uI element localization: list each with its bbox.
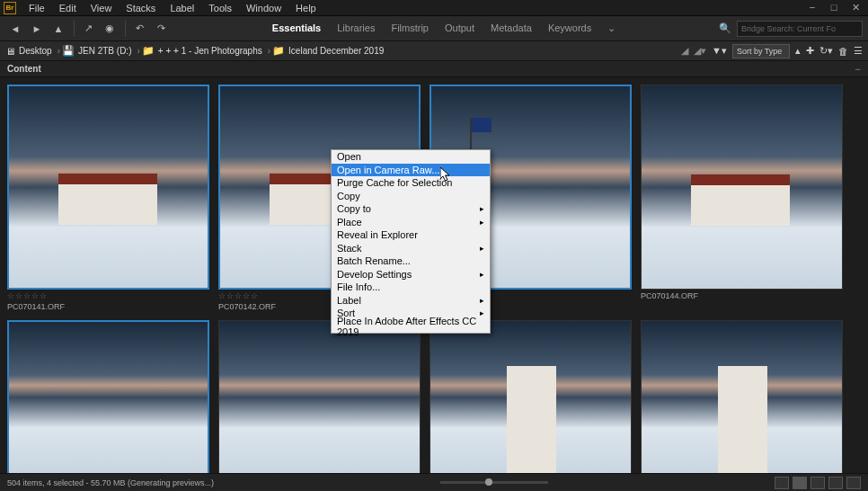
thumb-filename: PC070141.ORF xyxy=(7,302,209,311)
panel-title: Content xyxy=(7,64,41,74)
menubar: Br File Edit View Stacks Label Tools Win… xyxy=(0,0,868,16)
menu-help[interactable]: Help xyxy=(288,1,323,15)
crumb-label: JEN 2TB (D:) xyxy=(78,46,131,56)
close-button[interactable]: ✕ xyxy=(846,2,864,13)
thumb-image[interactable] xyxy=(7,85,209,290)
chevron-icon: › xyxy=(137,46,139,56)
crumb-label: + + + 1 - Jen Photographs xyxy=(158,46,262,56)
crumb-desktop[interactable]: 🖥 Desktop xyxy=(5,46,52,57)
ctx-file-info[interactable]: File Info... xyxy=(332,281,490,294)
menu-stacks[interactable]: Stacks xyxy=(119,1,163,15)
view-thumb-icon[interactable] xyxy=(810,477,825,489)
up-button[interactable]: ▲ xyxy=(49,20,68,38)
thumb-image[interactable] xyxy=(430,320,632,475)
ctx-open-camera-raw[interactable]: Open in Camera Raw... xyxy=(332,164,490,177)
drive-icon: 💾 xyxy=(62,45,75,57)
trash-icon[interactable]: 🗑 xyxy=(838,46,848,57)
panel-menu-icon[interactable]: − xyxy=(855,64,861,75)
ctx-place[interactable]: Place xyxy=(332,216,490,229)
thumb-image[interactable] xyxy=(641,85,843,290)
browse-icon[interactable]: ↻▾ xyxy=(819,45,833,57)
ws-output[interactable]: Output xyxy=(443,22,476,34)
content-panel-header: Content − xyxy=(0,61,868,77)
ws-more-icon[interactable]: ⌄ xyxy=(606,22,617,34)
thumb-item[interactable] xyxy=(7,320,209,475)
filter-rating-icon[interactable]: ◢ xyxy=(681,45,688,57)
reveal-icon[interactable]: ↗ xyxy=(78,20,98,38)
context-menu: Open Open in Camera Raw... Purge Cache f… xyxy=(331,149,491,334)
menu-file[interactable]: File xyxy=(22,1,52,15)
ws-metadata[interactable]: Metadata xyxy=(489,22,534,34)
view-lock-icon[interactable] xyxy=(775,477,789,489)
rotate-ccw-icon[interactable]: ↶ xyxy=(129,20,149,38)
thumb-image[interactable] xyxy=(641,320,843,475)
ctx-copy-to[interactable]: Copy to xyxy=(332,202,490,216)
forward-button[interactable]: ► xyxy=(27,20,47,38)
ctx-label[interactable]: Label xyxy=(332,294,490,308)
menu-window[interactable]: Window xyxy=(239,1,288,15)
ws-libraries[interactable]: Libraries xyxy=(335,22,376,34)
crumb-folder-2[interactable]: 📁 Iceland December 2019 xyxy=(272,45,384,57)
search-input[interactable]: Bridge Search: Current Fo xyxy=(737,21,863,37)
chevron-icon: › xyxy=(58,46,60,56)
ctx-copy[interactable]: Copy xyxy=(332,190,490,203)
crumb-label: Desktop xyxy=(19,46,52,56)
thumb-filename: PC070144.ORF xyxy=(641,291,843,300)
view-grid-icon[interactable] xyxy=(793,477,807,489)
ctx-reveal-explorer[interactable]: Reveal in Explorer xyxy=(332,228,490,242)
view-details-icon[interactable] xyxy=(828,477,843,489)
status-text: 504 items, 4 selected - 55.70 MB (Genera… xyxy=(7,478,214,487)
separator xyxy=(125,21,126,37)
thumb-item[interactable]: PC070144.ORF xyxy=(641,85,843,311)
desktop-icon: 🖥 xyxy=(5,46,15,57)
menu-view[interactable]: View xyxy=(84,1,120,15)
statusbar: 504 items, 4 selected - 55.70 MB (Genera… xyxy=(0,473,868,491)
search-icon[interactable]: 🔍 xyxy=(715,20,735,38)
thumb-image[interactable] xyxy=(7,320,209,475)
crumb-drive[interactable]: 💾 JEN 2TB (D:) xyxy=(62,45,131,57)
maximize-button[interactable]: □ xyxy=(825,2,843,13)
filter-funnel-icon[interactable]: ▼▾ xyxy=(712,45,727,57)
toolbar: ◄ ► ▲ ↗ ◉ ↶ ↷ Essentials Libraries Films… xyxy=(0,16,868,41)
ws-essentials[interactable]: Essentials xyxy=(270,22,323,34)
view-list-icon[interactable] xyxy=(846,477,861,489)
workspace-tabs: Essentials Libraries Filmstrip Output Me… xyxy=(270,22,617,34)
folder-icon: 📁 xyxy=(142,45,155,57)
filter-type-icon[interactable]: ◢▾ xyxy=(694,45,706,57)
ctx-place-ae[interactable]: Place In Adobe After Effects CC 2019 xyxy=(332,320,490,334)
ctx-develop-settings[interactable]: Develop Settings xyxy=(332,268,490,281)
folder-icon: 📁 xyxy=(272,45,285,57)
separator xyxy=(74,21,75,37)
thumb-item[interactable]: ☆☆☆☆☆ PC070141.ORF xyxy=(7,85,209,311)
app-logo: Br xyxy=(4,2,16,14)
ctx-batch-rename[interactable]: Batch Rename... xyxy=(332,254,490,268)
thumb-item[interactable] xyxy=(218,320,421,475)
crumb-folder-1[interactable]: 📁 + + + 1 - Jen Photographs xyxy=(142,45,262,57)
crumb-label: Iceland December 2019 xyxy=(288,46,384,56)
back-button[interactable]: ◄ xyxy=(5,20,25,38)
rotate-cw-icon[interactable]: ↷ xyxy=(151,20,171,38)
pathbar: 🖥 Desktop › 💾 JEN 2TB (D:) › 📁 + + + 1 -… xyxy=(0,41,868,61)
thumb-image[interactable] xyxy=(218,320,421,475)
thumb-item[interactable] xyxy=(430,320,632,475)
ctx-purge-cache[interactable]: Purge Cache for Selection xyxy=(332,176,490,190)
ws-keywords[interactable]: Keywords xyxy=(546,22,593,34)
open-camera-raw-icon[interactable]: ◉ xyxy=(100,20,120,38)
menu-tools[interactable]: Tools xyxy=(201,1,239,15)
menu-label[interactable]: Label xyxy=(163,1,201,15)
ws-filmstrip[interactable]: Filmstrip xyxy=(389,22,430,34)
ctx-stack[interactable]: Stack xyxy=(332,242,490,255)
options-icon[interactable]: ☰ xyxy=(854,45,863,57)
sort-label: Sort by Type xyxy=(737,47,782,56)
thumb-item[interactable] xyxy=(641,320,843,475)
sort-dropdown[interactable]: Sort by Type xyxy=(732,44,790,58)
minimize-button[interactable]: − xyxy=(803,2,821,13)
rating-stars[interactable]: ☆☆☆☆☆ xyxy=(7,291,209,300)
menu-edit[interactable]: Edit xyxy=(52,1,84,15)
chevron-icon: › xyxy=(268,46,270,56)
ctx-open[interactable]: Open xyxy=(332,150,490,164)
thumb-size-slider[interactable] xyxy=(440,481,548,484)
new-folder-icon[interactable]: ✚ xyxy=(806,45,814,57)
slider-handle[interactable] xyxy=(485,478,492,486)
sort-asc-icon[interactable]: ▴ xyxy=(795,45,801,57)
